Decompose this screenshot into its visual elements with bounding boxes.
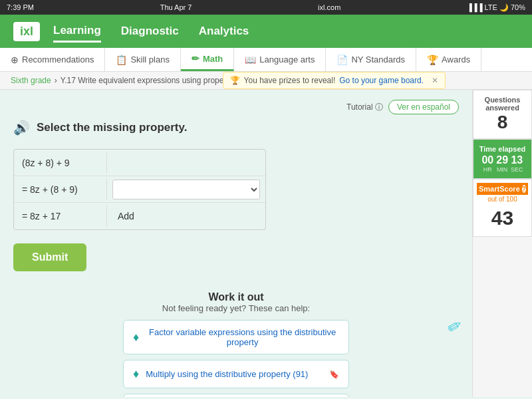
spanish-button[interactable]: Ver en español <box>388 100 459 114</box>
awards-icon: 🏆 <box>427 55 438 65</box>
question-text: Select the missing property. <box>37 121 187 134</box>
main-area: Tutorial ⓘ Ver en español 🔊 Select the m… <box>0 90 532 397</box>
tutorial-button[interactable]: Tutorial ⓘ <box>346 102 383 113</box>
tab-math[interactable]: ✏ Math <box>181 48 234 71</box>
status-time: 7:39 PM <box>7 3 34 11</box>
tab-bar: ⊕ Recommendations 📋 Skill plans ✏ Math 📖… <box>0 48 532 72</box>
math-icon: ✏ <box>192 53 200 64</box>
property-dropdown[interactable]: Associative property of additionCommutat… <box>112 180 260 200</box>
content-panel: Tutorial ⓘ Ver en español 🔊 Select the m… <box>0 90 472 397</box>
math-row-2: = 8z + (8 + 9) Associative property of a… <box>14 176 265 203</box>
work-subtitle: Not feeling ready yet? These can help: <box>13 303 459 313</box>
help-card-2[interactable]: ♦ Multiply using the distributive proper… <box>123 360 349 388</box>
help-card-link-1[interactable]: Factor variable expressions using the di… <box>146 327 339 347</box>
trophy-icon: 🏆 <box>230 76 240 85</box>
math-right-2: Associative property of additionCommutat… <box>107 177 265 202</box>
breadcrumb-parent[interactable]: Sixth grade <box>11 76 51 85</box>
language-arts-icon: 📖 <box>245 55 256 65</box>
logo: ixl <box>13 22 40 41</box>
prize-text: You have prizes to reveal! <box>244 76 336 85</box>
help-cards: ♦ Factor variable expressions using the … <box>13 320 459 397</box>
diamond-icon-1: ♦ <box>133 331 139 344</box>
recommendations-icon: ⊕ <box>11 55 19 65</box>
tab-language-arts[interactable]: 📖 Language arts <box>234 48 326 71</box>
questions-answered-label: Questions answered <box>477 96 528 112</box>
prize-link[interactable]: Go to your game board. <box>339 76 424 85</box>
time-row: 00 HR 29 MIN 13 SEC <box>477 154 528 173</box>
submit-button[interactable]: Submit <box>13 243 86 271</box>
help-card-1[interactable]: ♦ Factor variable expressions using the … <box>123 320 349 354</box>
smart-score-value: 43 <box>477 203 528 233</box>
breadcrumb-current: Y.17 Write equivalent expressions using … <box>61 76 239 85</box>
tab-awards[interactable]: 🏆 Awards <box>416 48 481 71</box>
help-card-3[interactable]: ♦ Properties of multiplication <box>123 394 349 397</box>
tutorial-row: Tutorial ⓘ Ver en español <box>13 100 459 114</box>
prize-banner: 🏆 You have prizes to reveal! Go to your … <box>223 72 446 89</box>
tab-recommendations[interactable]: ⊕ Recommendations <box>0 48 105 71</box>
help-card-link-2[interactable]: Multiply using the distributive property… <box>146 369 308 379</box>
right-panel: Questions answered 8 Time elapsed 00 HR … <box>472 90 532 397</box>
bookmark-icon-2: 🔖 <box>329 370 339 379</box>
work-section: Work it out Not feeling ready yet? These… <box>13 285 459 397</box>
time-hr: 00 HR <box>481 154 493 173</box>
time-min: 29 MIN <box>496 154 508 173</box>
breadcrumb-separator: › <box>55 76 57 85</box>
skill-plans-icon: 📋 <box>116 55 127 65</box>
sound-icon[interactable]: 🔊 <box>13 120 30 136</box>
nav-item-analytics[interactable]: Analytics <box>199 21 249 41</box>
math-left-2: = 8z + (8 + 9) <box>14 179 107 200</box>
math-row-1: (8z + 8) + 9 <box>14 150 265 176</box>
time-elapsed-box: Time elapsed 00 HR 29 MIN 13 SEC <box>473 139 532 179</box>
math-left-3: = 8z + 17 <box>14 205 107 227</box>
status-day: Thu Apr 7 <box>160 3 192 11</box>
work-title: Work it out <box>13 291 459 303</box>
math-table: (8z + 8) + 9 = 8z + (8 + 9) Associative … <box>13 149 266 230</box>
questions-answered-value: 8 <box>477 112 528 133</box>
diamond-icon-2: ♦ <box>133 367 139 381</box>
tab-ny-standards[interactable]: 📄 NY Standards <box>326 48 416 71</box>
math-right-3: Add <box>107 208 265 224</box>
top-nav: ixl Learning Diagnostic Analytics <box>0 15 532 48</box>
tutorial-info-icon: ⓘ <box>375 102 383 112</box>
prize-close-button[interactable]: ✕ <box>432 76 438 85</box>
smart-score-info-icon[interactable]: ? <box>522 185 526 193</box>
questions-answered-box: Questions answered 8 <box>473 90 532 139</box>
smart-score-header: SmartScore ? <box>477 183 528 195</box>
nav-item-learning[interactable]: Learning <box>53 21 101 43</box>
tab-skill-plans[interactable]: 📋 Skill plans <box>105 48 181 71</box>
smart-score-box: SmartScore ? out of 100 43 <box>473 179 532 237</box>
math-left-1: (8z + 8) + 9 <box>14 152 107 174</box>
smart-score-sub: out of 100 <box>477 195 528 203</box>
status-signal: ▐▐▐ LTE 🌙 70% <box>467 3 525 12</box>
math-row-3: = 8z + 17 Add <box>14 203 265 229</box>
breadcrumb: Sixth grade › Y.17 Write equivalent expr… <box>0 72 532 90</box>
question-container: 🔊 Select the missing property. <box>13 120 459 136</box>
ny-standards-icon: 📄 <box>336 55 348 65</box>
math-right-text-3: Add <box>112 208 140 224</box>
status-bar: 7:39 PM Thu Apr 7 ixl.com ▐▐▐ LTE 🌙 70% <box>0 0 532 15</box>
nav-item-diagnostic[interactable]: Diagnostic <box>121 21 179 41</box>
time-sec: 13 SEC <box>511 154 523 173</box>
time-elapsed-label: Time elapsed <box>477 145 528 153</box>
status-url: ixl.com <box>318 3 340 11</box>
math-right-1 <box>107 160 265 166</box>
